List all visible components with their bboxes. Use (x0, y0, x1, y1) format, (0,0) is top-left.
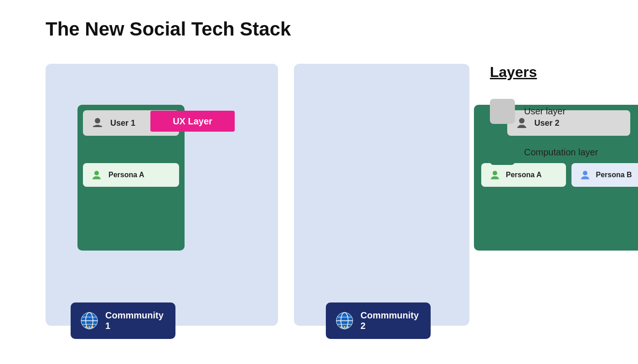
user-1-label: User 1 (110, 118, 135, 128)
community-1-box: Commmunity 1 (71, 302, 175, 339)
svg-point-2 (94, 171, 99, 175)
legend-label-user: User layer (524, 106, 566, 117)
persona-a-left-card: Persona A (83, 163, 179, 187)
user-1-icon (90, 116, 105, 130)
svg-point-16 (88, 326, 90, 328)
svg-rect-3 (93, 178, 101, 179)
legend-label-computation: Computation layer (524, 147, 598, 158)
svg-point-25 (347, 326, 349, 328)
persona-a-left-label: Persona A (108, 171, 144, 179)
persona-a-left-icon (90, 169, 103, 181)
ux-layer-badge: UX Layer (150, 111, 235, 132)
community-1-label: Commmunity 1 (105, 310, 166, 331)
left-panel: User 1 Persona A (46, 64, 278, 326)
right-panel: User 2 Persona A Persona B (294, 64, 469, 326)
community-2-label: Commmunity 2 (360, 310, 422, 331)
legend-swatch-computation (490, 140, 515, 165)
svg-point-0 (95, 118, 100, 123)
legend-swatch-user (490, 99, 515, 124)
community-2-box: Commmunity 2 (326, 302, 431, 339)
svg-point-24 (344, 326, 345, 328)
persona-b-label: Persona B (596, 171, 632, 179)
legend-title: Layers (490, 64, 598, 81)
page-title: The New Social Tech Stack (46, 18, 291, 40)
community-1-globe-icon (80, 311, 99, 330)
community-2-globe-icon (335, 311, 354, 330)
legend-item-computation: Computation layer (490, 140, 598, 165)
legend: Layers User layer Computation layer (490, 64, 598, 181)
svg-point-23 (340, 326, 342, 328)
svg-point-15 (85, 326, 87, 328)
legend-item-user: User layer (490, 99, 598, 124)
svg-point-17 (92, 326, 93, 328)
ux-layer-label: UX Layer (173, 116, 212, 127)
